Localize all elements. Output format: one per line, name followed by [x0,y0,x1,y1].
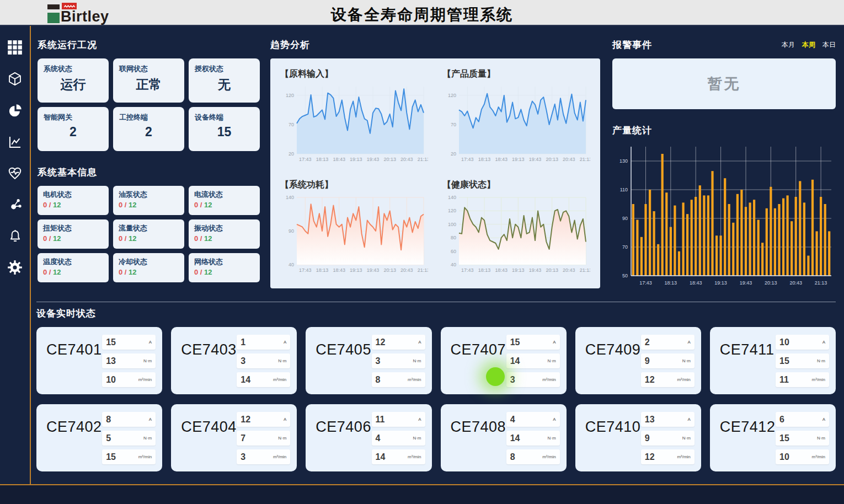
device-metric-row: 2A [641,335,695,350]
svg-text:90: 90 [622,216,628,221]
tab-month[interactable]: 本月 [782,40,795,50]
device-card-ce7404[interactable]: CE7404 12A 7N·m 3m³/min [171,404,297,471]
info-card-label: 扭矩状态 [43,223,103,233]
device-metric-value: 15 [510,337,520,347]
svg-text:20:43: 20:43 [789,280,802,286]
gear-icon[interactable] [7,259,23,276]
device-card-ce7402[interactable]: CE7402 8A 5N·m 15m³/min [36,404,162,471]
device-card-ce7405[interactable]: CE7405 12A 3N·m 8m³/min [306,327,431,394]
device-card-ce7407[interactable]: CE7407 15A 14N·m 3m³/min [441,327,567,394]
device-metric-value: 8 [376,375,381,385]
cube-icon[interactable] [7,71,23,87]
info-card-label: 流量状态 [119,223,179,233]
status-card-value: 2 [119,125,178,140]
health-heart-icon[interactable] [7,165,23,181]
page-title: 设备全寿命周期管理系统 [0,4,844,25]
section-title-production: 产量统计 [612,124,836,137]
info-card: 电流状态0 / 12 [189,186,260,215]
svg-text:120: 120 [448,208,456,213]
svg-text:18:13: 18:13 [478,267,491,273]
device-metric-value: 15 [106,452,116,462]
info-total-count: 12 [53,268,61,276]
device-card-ce7403[interactable]: CE7403 1A 3N·m 14m³/min [171,327,297,394]
device-metric-unit: N·m [413,436,421,441]
device-card-ce7401[interactable]: CE7401 15A 13N·m 10m³/min [36,327,162,394]
device-metric-unit: m³/min [408,377,421,382]
device-metric-value: 15 [779,356,789,366]
header: Birtley 设备全寿命周期管理系统 [0,0,844,26]
status-card-value: 无 [195,76,254,93]
status-indicator-dot [486,367,505,386]
status-card: 设备终端15 [189,107,260,151]
device-metric-value: 10 [106,375,116,385]
svg-text:18:13: 18:13 [316,157,329,162]
device-metric-value: 3 [376,356,381,366]
device-metric-value: 15 [779,433,789,443]
info-total-count: 12 [204,201,212,209]
bell-icon[interactable] [7,228,23,244]
device-metric-value: 3 [241,452,245,462]
status-card: 授权状态无 [189,58,260,103]
tab-day[interactable]: 本日 [822,40,836,50]
device-grid: CE7401 15A 13N·m 10m³/min CE7403 1A 3N·m… [36,327,836,471]
system-info-grid: 电机状态0 / 12 油泵状态0 / 12 电流状态0 / 12 扭矩状态0 /… [38,186,260,282]
device-name: CE7402 [46,419,102,466]
device-metric-value: 10 [779,337,789,347]
tab-week[interactable]: 本周 [802,40,815,50]
device-metric-row: 15m³/min [102,449,156,464]
device-metric-value: 12 [645,452,655,462]
device-metric-unit: A [822,417,825,422]
svg-text:70: 70 [622,244,628,250]
device-card-ce7410[interactable]: CE7410 13A 9N·m 12m³/min [575,404,701,471]
device-card-ce7411[interactable]: CE7411 10A 15N·m 11m³/min [710,327,836,394]
chart-product-quality: 【产品质量】 207012017:4318:1318:4319:1319:432… [442,66,590,174]
device-card-ce7409[interactable]: CE7409 2A 9N·m 12m³/min [575,327,701,394]
info-card-label: 电机状态 [43,190,103,200]
svg-text:17:43: 17:43 [299,267,312,273]
device-metric-unit: N·m [682,358,691,363]
device-metric-value: 14 [510,433,520,443]
device-name: CE7401 [46,341,102,389]
device-metric-value: 14 [376,452,386,462]
device-metric-value: 3 [510,375,515,385]
device-metric-row: 8m³/min [372,372,425,387]
device-name: CE7409 [585,341,641,389]
device-card-ce7412[interactable]: CE7412 6A 15N·m 10m³/min [710,404,836,471]
svg-text:90: 90 [289,228,294,234]
device-metric-unit: N·m [682,436,691,441]
info-card-label: 网络状态 [194,257,254,267]
system-status-grid: 系统状态运行 联网状态正常 授权状态无 智能网关2 工控终端2 设备终端15 [38,58,260,151]
device-card-ce7406[interactable]: CE7406 11A 4N·m 14m³/min [306,404,431,471]
device-metric-unit: N·m [817,436,825,441]
molecule-icon[interactable] [7,196,23,213]
device-metric-value: 14 [241,375,250,385]
chart-health-status: 【健康状态】 40608010012014017:4318:1318:4319:… [442,177,590,285]
svg-text:60: 60 [451,248,456,254]
apps-grid-icon[interactable] [7,39,23,56]
info-total-count: 12 [204,268,212,276]
line-chart-icon[interactable] [7,133,23,150]
svg-text:130: 130 [619,158,628,164]
alarm-production-section: 报警事件 本月 本周 本日 暂无 产量统计 50709011013017:431… [612,39,836,289]
svg-text:19:13: 19:13 [714,280,727,286]
device-metric-row: 12m³/min [641,449,695,464]
info-total-count: 12 [129,201,136,209]
device-metric-unit: N·m [548,436,556,441]
device-metric-row: 14m³/min [372,449,425,464]
system-status-section: 系统运行工况 系统状态运行 联网状态正常 授权状态无 智能网关2 工控终端2 设… [38,39,260,282]
svg-text:18:13: 18:13 [316,267,329,273]
device-metric-row: 11A [372,412,425,427]
status-card-label: 系统状态 [44,64,103,74]
pie-chart-icon[interactable] [7,102,23,119]
device-name: CE7411 [720,341,776,389]
sidebar-nav [0,26,31,484]
info-card-label: 冷却状态 [119,257,179,267]
info-card-label: 电流状态 [194,190,254,200]
device-metric-row: 4N·m [372,431,425,446]
device-metric-value: 11 [779,375,789,385]
device-card-ce7408[interactable]: CE7408 4A 14N·m 8m³/min [441,404,567,471]
svg-text:19:13: 19:13 [350,157,362,162]
device-metric-unit: m³/min [812,377,825,382]
device-metric-row: 9N·m [641,431,695,446]
info-total-count: 12 [204,234,212,243]
